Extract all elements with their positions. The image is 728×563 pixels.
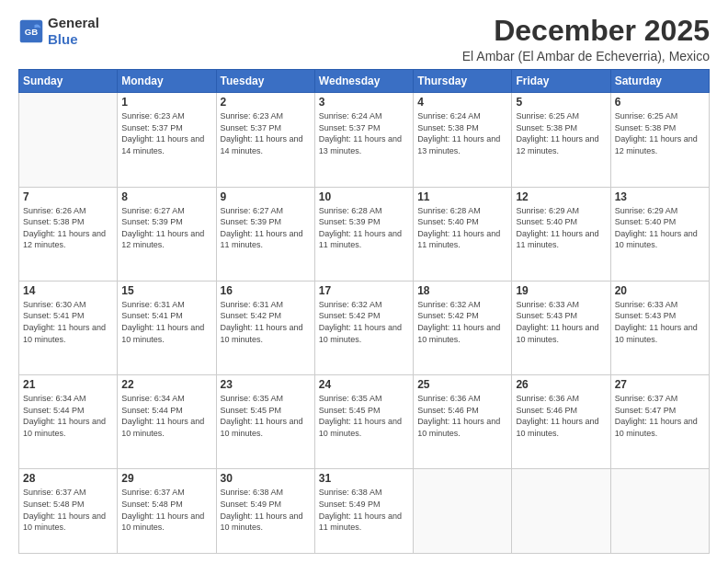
day-number: 12 [516,190,606,203]
day-info: Sunrise: 6:31 AM Sunset: 5:41 PM Dayligh… [121,299,211,345]
title-block: December 2025 El Ambar (El Ambar de Eche… [462,15,710,63]
day-info: Sunrise: 6:29 AM Sunset: 5:40 PM Dayligh… [516,205,606,251]
day-number: 18 [417,284,507,297]
header: GB General Blue December 2025 El Ambar (… [18,15,710,63]
logo: GB General Blue [18,15,99,48]
header-friday: Friday [512,70,610,93]
calendar-cell: 28Sunrise: 6:37 AM Sunset: 5:48 PM Dayli… [19,469,118,554]
day-number: 13 [615,190,705,203]
logo-general: General [48,15,99,30]
day-info: Sunrise: 6:23 AM Sunset: 5:37 PM Dayligh… [221,110,311,156]
page: GB General Blue December 2025 El Ambar (… [0,0,728,563]
calendar-week-row-1: 1Sunrise: 6:23 AM Sunset: 5:37 PM Daylig… [19,93,710,187]
day-info: Sunrise: 6:28 AM Sunset: 5:39 PM Dayligh… [319,205,409,251]
day-info: Sunrise: 6:34 AM Sunset: 5:44 PM Dayligh… [121,393,211,439]
day-number: 3 [319,96,409,109]
day-info: Sunrise: 6:28 AM Sunset: 5:40 PM Dayligh… [417,205,507,251]
day-number: 11 [417,190,507,203]
day-number: 2 [221,96,311,109]
day-number: 23 [221,378,311,391]
location-title: El Ambar (El Ambar de Echeverria), Mexic… [462,49,710,63]
svg-text:GB: GB [25,27,38,37]
day-number: 5 [516,96,606,109]
day-number: 27 [615,378,705,391]
day-info: Sunrise: 6:27 AM Sunset: 5:39 PM Dayligh… [121,205,211,251]
day-info: Sunrise: 6:24 AM Sunset: 5:37 PM Dayligh… [319,110,409,156]
calendar-cell: 5Sunrise: 6:25 AM Sunset: 5:38 PM Daylig… [512,93,610,187]
calendar-cell: 6Sunrise: 6:25 AM Sunset: 5:38 PM Daylig… [610,93,709,187]
day-number: 8 [121,190,211,203]
calendar-cell: 9Sunrise: 6:27 AM Sunset: 5:39 PM Daylig… [216,187,314,281]
day-number: 4 [417,96,507,109]
header-monday: Monday [118,70,216,93]
calendar-cell [414,469,512,554]
calendar-cell [19,93,118,187]
calendar-cell [610,469,709,554]
day-info: Sunrise: 6:35 AM Sunset: 5:45 PM Dayligh… [319,393,409,439]
day-info: Sunrise: 6:27 AM Sunset: 5:39 PM Dayligh… [221,205,311,251]
calendar-cell: 17Sunrise: 6:32 AM Sunset: 5:42 PM Dayli… [314,281,413,374]
day-info: Sunrise: 6:32 AM Sunset: 5:42 PM Dayligh… [319,299,409,345]
calendar-week-row-4: 21Sunrise: 6:34 AM Sunset: 5:44 PM Dayli… [19,375,710,469]
day-number: 14 [23,284,113,297]
calendar-cell: 14Sunrise: 6:30 AM Sunset: 5:41 PM Dayli… [19,281,118,374]
calendar-cell: 23Sunrise: 6:35 AM Sunset: 5:45 PM Dayli… [216,375,314,469]
day-info: Sunrise: 6:37 AM Sunset: 5:48 PM Dayligh… [23,487,113,533]
calendar-cell: 16Sunrise: 6:31 AM Sunset: 5:42 PM Dayli… [216,281,314,374]
logo-blue: Blue [48,31,78,47]
day-info: Sunrise: 6:33 AM Sunset: 5:43 PM Dayligh… [615,299,705,345]
calendar-cell: 11Sunrise: 6:28 AM Sunset: 5:40 PM Dayli… [414,187,512,281]
calendar-cell: 1Sunrise: 6:23 AM Sunset: 5:37 PM Daylig… [118,93,216,187]
day-number: 26 [516,378,606,391]
day-info: Sunrise: 6:23 AM Sunset: 5:37 PM Dayligh… [121,110,211,156]
calendar-cell: 15Sunrise: 6:31 AM Sunset: 5:41 PM Dayli… [118,281,216,374]
calendar-cell: 20Sunrise: 6:33 AM Sunset: 5:43 PM Dayli… [610,281,709,374]
calendar-header-row: Sunday Monday Tuesday Wednesday Thursday… [19,70,710,93]
day-number: 9 [221,190,311,203]
calendar-week-row-5: 28Sunrise: 6:37 AM Sunset: 5:48 PM Dayli… [19,469,710,554]
day-info: Sunrise: 6:25 AM Sunset: 5:38 PM Dayligh… [516,110,606,156]
day-number: 22 [121,378,211,391]
calendar-cell: 27Sunrise: 6:37 AM Sunset: 5:47 PM Dayli… [610,375,709,469]
day-info: Sunrise: 6:37 AM Sunset: 5:48 PM Dayligh… [121,487,211,533]
calendar-cell: 2Sunrise: 6:23 AM Sunset: 5:37 PM Daylig… [216,93,314,187]
calendar-table: Sunday Monday Tuesday Wednesday Thursday… [18,69,710,554]
calendar-cell: 4Sunrise: 6:24 AM Sunset: 5:38 PM Daylig… [414,93,512,187]
day-info: Sunrise: 6:29 AM Sunset: 5:40 PM Dayligh… [615,205,705,251]
calendar-cell: 8Sunrise: 6:27 AM Sunset: 5:39 PM Daylig… [118,187,216,281]
day-number: 7 [23,190,113,203]
day-number: 1 [121,96,211,109]
calendar-cell: 30Sunrise: 6:38 AM Sunset: 5:49 PM Dayli… [216,469,314,554]
calendar-cell: 25Sunrise: 6:36 AM Sunset: 5:46 PM Dayli… [414,375,512,469]
day-info: Sunrise: 6:38 AM Sunset: 5:49 PM Dayligh… [221,487,311,533]
day-number: 17 [319,284,409,297]
day-number: 31 [319,472,409,485]
header-saturday: Saturday [610,70,709,93]
day-number: 21 [23,378,113,391]
calendar-cell: 31Sunrise: 6:38 AM Sunset: 5:49 PM Dayli… [314,469,413,554]
day-info: Sunrise: 6:36 AM Sunset: 5:46 PM Dayligh… [516,393,606,439]
calendar-cell: 12Sunrise: 6:29 AM Sunset: 5:40 PM Dayli… [512,187,610,281]
header-tuesday: Tuesday [216,70,314,93]
day-number: 28 [23,472,113,485]
header-sunday: Sunday [19,70,118,93]
day-number: 19 [516,284,606,297]
day-info: Sunrise: 6:32 AM Sunset: 5:42 PM Dayligh… [417,299,507,345]
header-wednesday: Wednesday [314,70,413,93]
day-info: Sunrise: 6:31 AM Sunset: 5:42 PM Dayligh… [221,299,311,345]
logo-icon: GB [18,18,44,44]
calendar-cell: 24Sunrise: 6:35 AM Sunset: 5:45 PM Dayli… [314,375,413,469]
day-number: 6 [615,96,705,109]
day-number: 20 [615,284,705,297]
calendar-week-row-2: 7Sunrise: 6:26 AM Sunset: 5:38 PM Daylig… [19,187,710,281]
calendar-cell: 19Sunrise: 6:33 AM Sunset: 5:43 PM Dayli… [512,281,610,374]
day-number: 10 [319,190,409,203]
day-info: Sunrise: 6:36 AM Sunset: 5:46 PM Dayligh… [417,393,507,439]
calendar-cell: 26Sunrise: 6:36 AM Sunset: 5:46 PM Dayli… [512,375,610,469]
day-info: Sunrise: 6:26 AM Sunset: 5:38 PM Dayligh… [23,205,113,251]
header-thursday: Thursday [414,70,512,93]
calendar-cell: 10Sunrise: 6:28 AM Sunset: 5:39 PM Dayli… [314,187,413,281]
day-number: 15 [121,284,211,297]
calendar-week-row-3: 14Sunrise: 6:30 AM Sunset: 5:41 PM Dayli… [19,281,710,374]
calendar-cell: 29Sunrise: 6:37 AM Sunset: 5:48 PM Dayli… [118,469,216,554]
